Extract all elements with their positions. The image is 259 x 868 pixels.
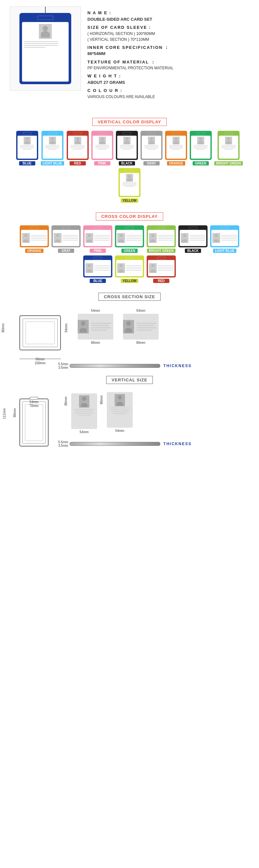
weight-value: ABOUT 27 GRAMS — [88, 79, 249, 86]
dim-86mm-vc1: 86mm — [64, 397, 68, 406]
vertical-size-header: VERTICAL SIZE — [0, 376, 259, 384]
color-label: PINK — [90, 249, 106, 253]
inner-label: INNER CORE SPECIFICATION ： — [88, 44, 249, 51]
color-label: GREEN — [193, 161, 209, 165]
color-label: GRAY — [58, 249, 74, 253]
card-line — [91, 323, 111, 324]
vertical-color-item: YELLOW — [119, 168, 140, 203]
inner-box — [26, 321, 55, 344]
name-row: N A M E : DOUBLE-SIDED ARC CARD SET — [88, 10, 249, 22]
colour-label: C O L O U R : — [88, 87, 249, 94]
vertical-color-grid: BLUELIGHT BLUEREDPINKBLACKGRAYORANGEGREE… — [0, 131, 259, 206]
color-label: BLACK — [119, 161, 135, 165]
dim-86mm-side: 86mm — [13, 408, 17, 417]
dim-86mm-card2: 86mm — [136, 341, 145, 344]
color-label: ORANGE — [25, 249, 43, 253]
color-label: LIGHT BLUE — [41, 161, 64, 165]
dim-70mm-bottom: 70mm — [20, 404, 48, 408]
vertical-card-illustrations: 86mm 54mm 86mm — [71, 392, 133, 434]
colour-value: VARIOUS COLOURS ARE AVAILABLE — [88, 94, 249, 100]
person-photo-2 — [123, 320, 134, 334]
dim-54mm-top: 54mm — [91, 309, 100, 312]
top-section: N A M E : DOUBLE-SIDED ARC CARD SET SIZE… — [0, 0, 259, 112]
cross-section-diagram: 80mm 86mm 100mm 54mm 54mm — [0, 306, 259, 359]
vertical-color-item: BRIGHT GREEN — [214, 131, 243, 165]
cross-color-item: PINK — [83, 225, 112, 253]
cross-color-item: BLACK — [179, 225, 207, 253]
v-clip — [30, 397, 38, 400]
vertical-display-header: VERTICAL COLOR DISPLAY — [0, 118, 259, 126]
name-value: DOUBLE-SIDED ARC CARD SET — [88, 16, 249, 23]
texture-value: PP ENVIRONMENTAL PROTECTION MATERIAL — [88, 65, 249, 71]
card-lines-1 — [91, 323, 113, 331]
size-h: ( HORIZONTAL SECTION ) 100*80MM — [88, 31, 249, 37]
color-label: PINK — [94, 161, 110, 165]
vertical-size-diagram: 111mm 86mm 54mm 70mm 86mm — [0, 389, 259, 437]
color-label: YELLOW — [121, 198, 138, 203]
t2-cross: 3.5mm — [58, 366, 68, 369]
card-line — [137, 323, 156, 324]
vertical-color-item: BLUE — [16, 131, 38, 165]
vertical-color-item: GRAY — [140, 131, 163, 165]
cross-color-item: YELLOW — [115, 255, 144, 283]
cross-thickness-area: 5.5mm 3.5mm THICKNESS — [58, 362, 201, 369]
cross-color-grid: ORANGEGRAYPINKGREENBRIGHT GREENBLACKLIGH… — [0, 225, 259, 286]
middle-box — [23, 318, 58, 347]
cross-color-item: BLUE — [83, 255, 112, 283]
dim-54mm-top2: 54mm — [136, 309, 145, 312]
vertical-display-title: VERTICAL COLOR DISPLAY — [92, 118, 167, 126]
card-line — [91, 327, 111, 328]
thickness-label-v: THICKNESS — [163, 442, 192, 446]
cross-card-1: 54mm 86mm — [78, 309, 113, 344]
vert-card-2-box: 86mm — [107, 392, 133, 428]
color-label: LIGHT BLUE — [213, 249, 236, 253]
cross-card-illustrations: 54mm 86mm 54mm — [78, 309, 159, 344]
person-vc2 — [115, 394, 125, 406]
colour-row: C O L O U R : VARIOUS COLOURS ARE AVAILA… — [88, 87, 249, 100]
color-label: ORANGE — [167, 161, 185, 165]
color-label: BRIGHT GREEN — [147, 249, 176, 253]
vertical-color-item: ORANGE — [165, 131, 187, 165]
name-label: N A M E : — [88, 10, 249, 16]
size-row: SIZE OF CARD SLEEVE : ( HORIZONTAL SECTI… — [88, 24, 249, 42]
vertical-color-item: LIGHT BLUE — [41, 131, 64, 165]
cross-color-item: GRAY — [52, 225, 80, 253]
vert-card-1-box: 86mm — [71, 393, 97, 429]
cross-outer-outline: 80mm 86mm — [10, 315, 62, 356]
inner-value: 86*54MM — [88, 51, 249, 57]
cross-card-1-box — [78, 314, 113, 340]
card-line — [137, 325, 154, 326]
dim-54mm-bottom: 54mm — [20, 400, 48, 404]
v-middle-box — [22, 401, 46, 443]
t2-v: 3.5mm — [58, 444, 68, 447]
vertical-thickness-area: 5.5mm 3.5mm THICKNESS — [58, 440, 201, 447]
cross-color-item: GREEN — [115, 225, 144, 253]
product-info: N A M E : DOUBLE-SIDED ARC CARD SET SIZE… — [88, 6, 249, 105]
vertical-color-item: BLACK — [116, 131, 138, 165]
color-label: YELLOW — [121, 279, 138, 283]
vc2-line — [110, 411, 129, 412]
person-photo-1 — [78, 320, 89, 334]
cross-color-item: BRIGHT GREEN — [147, 225, 176, 253]
vertical-color-item: GREEN — [190, 131, 212, 165]
vertical-color-item: RED — [67, 131, 89, 165]
texture-label: TEXTURE OF MATERIAL ： — [88, 59, 249, 65]
vertical-color-item: PINK — [91, 131, 113, 165]
texture-row: TEXTURE OF MATERIAL ： PP ENVIRONMENTAL P… — [88, 59, 249, 71]
weight-label: W E I G H T : — [88, 73, 249, 79]
cross-color-item: LIGHT BLUE — [210, 225, 239, 253]
dim-86mm-h: 86mm — [20, 358, 61, 361]
cross-card-2-box — [123, 314, 159, 340]
cross-display-title: CROSS COLOR DISPLAY — [96, 212, 163, 220]
t1-v: 5.5mm — [58, 440, 68, 444]
cross-section-header: CROSS SECTION SIZE — [0, 293, 259, 301]
size-label: SIZE OF CARD SLEEVE : — [88, 24, 249, 31]
pen-cross — [70, 364, 160, 368]
size-v: ( VERTICAL SECTION ) 70*110MM — [88, 37, 249, 42]
dim-54mm-vc1: 54mm — [79, 430, 89, 434]
dim-54mm-vc2: 54mm — [115, 429, 124, 433]
dim-54mm: 54mm — [64, 323, 68, 333]
card-lines-2 — [137, 323, 159, 331]
cross-section-title: CROSS SECTION SIZE — [98, 293, 161, 301]
vc2-line — [113, 413, 127, 414]
